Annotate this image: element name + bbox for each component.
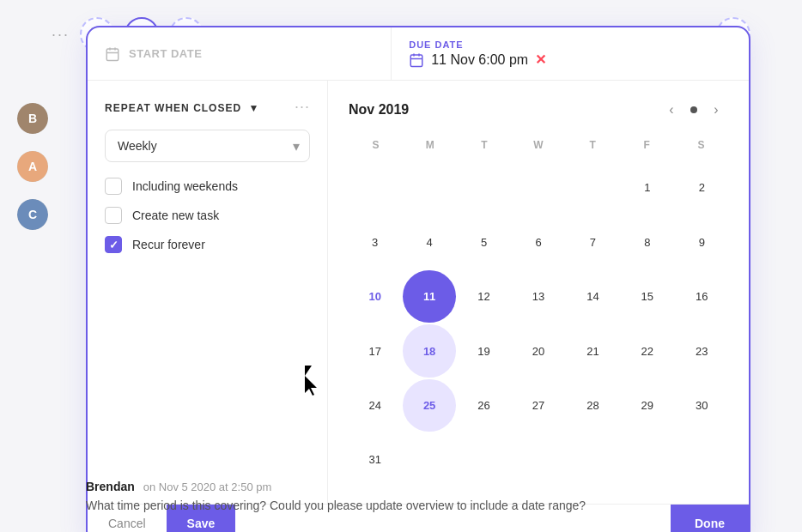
calendar-day[interactable]: 26 xyxy=(458,379,510,432)
calendar-day xyxy=(349,161,401,214)
checkbox-recur-forever[interactable]: Recur forever xyxy=(105,236,310,253)
calendar-day xyxy=(458,433,510,486)
calendar-today-dot xyxy=(690,106,697,113)
frequency-select[interactable]: Weekly Daily Monthly Yearly xyxy=(105,130,310,162)
calendar-day xyxy=(512,433,564,486)
due-date-section: DUE DATE 11 Nov 6:00 pm ✕ xyxy=(392,27,749,80)
calendar-day xyxy=(403,161,455,214)
due-date-text: 11 Nov 6:00 pm xyxy=(431,52,528,68)
calendar-day[interactable]: 9 xyxy=(676,215,728,268)
calendar-day[interactable]: 10 xyxy=(349,270,401,323)
repeat-header: REPEAT WHEN CLOSED ▼ ··· xyxy=(105,98,310,116)
calendar-day[interactable]: 24 xyxy=(349,379,401,432)
calendar-day xyxy=(621,433,673,486)
calendar-day xyxy=(403,433,455,486)
calendar-day[interactable]: 27 xyxy=(512,379,564,432)
checkbox-create-new-task-label: Create new task xyxy=(132,209,219,222)
weekday-t1: T xyxy=(457,136,511,154)
start-date-label: START DATE xyxy=(129,47,202,60)
weekday-f: F xyxy=(620,136,674,154)
repeat-chevron-icon[interactable]: ▼ xyxy=(248,102,259,114)
calendar-day[interactable]: 19 xyxy=(458,324,510,377)
calendar-day xyxy=(567,161,619,214)
calendar-day[interactable]: 1 xyxy=(621,161,673,214)
checkbox-recur-forever-label: Recur forever xyxy=(132,238,205,251)
calendar-day[interactable]: 8 xyxy=(621,215,673,268)
repeat-options-btn[interactable]: ··· xyxy=(295,98,310,116)
calendar-month-title: Nov 2019 xyxy=(349,102,409,118)
calendar-day[interactable]: 13 xyxy=(512,270,564,323)
calendar-day[interactable]: 16 xyxy=(676,270,728,323)
comment-author-name: Brendan xyxy=(86,480,135,493)
calendar-day xyxy=(567,433,619,486)
calendar-day[interactable]: 4 xyxy=(403,215,455,268)
calendar-day xyxy=(676,433,728,486)
checkbox-group: Including weekends Create new task Recur… xyxy=(105,178,310,253)
calendar-day[interactable]: 20 xyxy=(512,324,564,377)
due-date-label: DUE DATE xyxy=(409,39,732,50)
calendar-day[interactable]: 18 xyxy=(403,324,455,377)
frequency-select-wrapper: Weekly Daily Monthly Yearly ▾ xyxy=(105,130,310,162)
calendar-nav: Nov 2019 ‹ › xyxy=(349,98,728,122)
avatar-3: C xyxy=(17,199,48,230)
checkbox-including-weekends-label: Including weekends xyxy=(132,179,238,193)
calendar-day[interactable]: 31 xyxy=(349,433,401,486)
calendar-day[interactable]: 7 xyxy=(567,215,619,268)
calendar-days: 1234567891011121314151617181920212223242… xyxy=(349,161,728,487)
mouse-cursor xyxy=(305,366,322,386)
dialog-body: REPEAT WHEN CLOSED ▼ ··· Weekly Daily Mo… xyxy=(88,81,749,504)
page-background: ··· B A C xyxy=(0,0,802,532)
calendar-next-btn[interactable]: › xyxy=(704,98,728,122)
avatars-column: B A C xyxy=(17,103,48,230)
calendar-day[interactable]: 3 xyxy=(349,215,401,268)
repeat-label: REPEAT WHEN CLOSED ▼ xyxy=(105,100,259,115)
calendar-weekdays: S M T W T F S xyxy=(349,136,728,154)
avatar-image-2: A xyxy=(17,151,48,182)
calendar-day[interactable]: 6 xyxy=(512,215,564,268)
calendar-day[interactable]: 15 xyxy=(621,270,673,323)
calendar-prev-btn[interactable]: ‹ xyxy=(659,98,684,122)
calendar-day xyxy=(512,161,564,214)
calendar-day[interactable]: 2 xyxy=(676,161,728,214)
main-dialog: START DATE DUE DATE 11 Nov 6:00 pm ✕ xyxy=(86,26,750,532)
calendar-day[interactable]: 28 xyxy=(567,379,619,432)
comment-area: Brendan on Nov 5 2020 at 2:50 pm What ti… xyxy=(86,480,750,515)
calendar-day[interactable]: 22 xyxy=(621,324,673,377)
due-date-icon xyxy=(409,52,424,68)
checkbox-including-weekends-box[interactable] xyxy=(105,178,122,195)
toolbar-dots: ··· xyxy=(52,26,70,44)
weekday-s1: S xyxy=(349,136,403,154)
calendar-day[interactable]: 11 xyxy=(403,270,455,323)
due-date-clear-btn[interactable]: ✕ xyxy=(535,51,546,68)
calendar-day[interactable]: 17 xyxy=(349,324,401,377)
checkbox-create-new-task-box[interactable] xyxy=(105,207,122,224)
start-date-section: START DATE xyxy=(88,27,392,80)
repeat-label-text: REPEAT WHEN CLOSED ▼ xyxy=(105,102,259,114)
calendar-day[interactable]: 30 xyxy=(676,379,728,432)
comment-text: What time period is this covering? Could… xyxy=(86,497,750,515)
calendar-day[interactable]: 5 xyxy=(458,215,510,268)
comment-meta: on Nov 5 2020 at 2:50 pm xyxy=(143,481,272,493)
start-date-icon xyxy=(105,46,120,62)
avatar-image-1: B xyxy=(17,103,48,134)
left-panel: REPEAT WHEN CLOSED ▼ ··· Weekly Daily Mo… xyxy=(88,81,328,504)
checkbox-create-new-task[interactable]: Create new task xyxy=(105,207,310,224)
checkbox-recur-forever-box[interactable] xyxy=(105,236,122,253)
calendar-day[interactable]: 14 xyxy=(567,270,619,323)
weekday-w: W xyxy=(511,136,565,154)
calendar-panel: Nov 2019 ‹ › S M T W T F S xyxy=(328,81,749,504)
avatar-2: A xyxy=(17,151,48,182)
calendar-day[interactable]: 12 xyxy=(458,270,510,323)
svg-rect-7 xyxy=(106,49,118,61)
checkbox-including-weekends[interactable]: Including weekends xyxy=(105,178,310,195)
svg-rect-11 xyxy=(410,55,422,67)
calendar-day[interactable]: 25 xyxy=(403,379,455,432)
avatar-1: B xyxy=(17,103,48,134)
avatar-image-3: C xyxy=(17,199,48,230)
weekday-m: M xyxy=(403,136,457,154)
calendar-day[interactable]: 23 xyxy=(676,324,728,377)
calendar-day[interactable]: 29 xyxy=(621,379,673,432)
calendar-day[interactable]: 21 xyxy=(567,324,619,377)
calendar-day xyxy=(458,161,510,214)
weekday-s2: S xyxy=(674,136,728,154)
